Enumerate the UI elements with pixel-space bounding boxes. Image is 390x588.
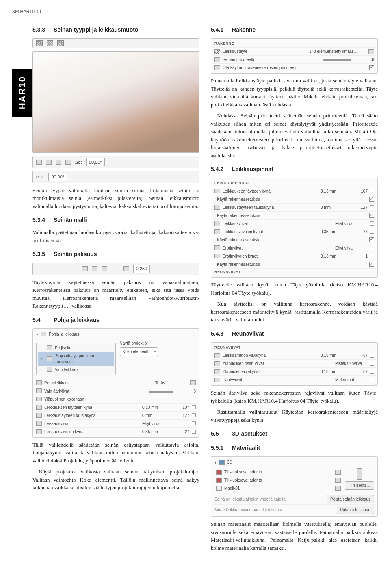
row-icon	[214, 221, 220, 226]
checkbox[interactable]	[369, 65, 374, 70]
checkbox[interactable]	[369, 262, 374, 267]
profile-icon	[56, 160, 61, 165]
panel-icon	[41, 332, 46, 336]
panel-title: REUNAVIIVAT	[214, 345, 241, 351]
triangle-icon[interactable]: ▾	[214, 459, 217, 465]
align-icon	[82, 266, 88, 271]
row-value[interactable]: 140 elem.eristetty ilmar.r…	[309, 48, 366, 54]
remove-cut-button[interactable]: Poista seinän leikkaus	[327, 495, 374, 503]
angle-toolbar-2[interactable]: α:⟋ 90,00°	[32, 171, 199, 183]
row-icon	[214, 189, 220, 193]
projection-dropdown[interactable]: Koko elementti	[120, 347, 158, 356]
heading-5.4: 5.4 Pohja ja leikkaus	[32, 316, 199, 324]
profile-icon	[65, 160, 71, 165]
color-swatch[interactable]	[370, 370, 374, 374]
hatch-icon-2	[47, 40, 53, 46]
note-text: Seinä on leikattu ainakin yhdellä katoll…	[214, 496, 324, 502]
option-swatch[interactable]	[370, 378, 374, 382]
chain-icon[interactable]	[357, 468, 362, 480]
checkbox[interactable]	[369, 197, 374, 202]
profile-icon	[36, 160, 42, 165]
body-text: Täytteelle valitaan kynät kuten Täyte-ty…	[211, 281, 378, 297]
panel-title: LEIKKAUSPINNAT	[214, 180, 249, 186]
color-swatch[interactable]	[370, 189, 374, 193]
color-swatch[interactable]	[370, 254, 374, 258]
angle-alpha-icon: Δα:	[75, 159, 82, 166]
color-swatch[interactable]	[370, 230, 374, 234]
row-icon	[214, 57, 220, 62]
heading-5.4.1: 5.4.1 Rakenne	[211, 26, 378, 34]
priority-value: 8	[362, 56, 374, 63]
row-icon	[214, 378, 220, 382]
material-swatch[interactable]	[216, 478, 222, 483]
material-swatch[interactable]	[216, 486, 222, 491]
checkbox[interactable]	[369, 213, 374, 218]
floorplan-section-panel: ▾ Pohja ja leikkaus Projisoitu ✓Projisoi…	[32, 328, 199, 438]
body-text: Valinnalla päätettään luodaanko pystysuo…	[32, 228, 199, 244]
heading-5.5.1: 5.5.1 Materiaalit	[211, 444, 378, 452]
log-wall-button[interactable]: Hirsiseinä…	[345, 481, 374, 490]
angle-value-2[interactable]: 90,00°	[48, 173, 67, 181]
body-text: Kohdassa Seinän prioriteetti säädetään s…	[211, 112, 378, 159]
thickness-toolbar[interactable]: 0,250	[32, 263, 199, 275]
rakenne-panel: RAKENNE Leikkaustäyte 140 elem.eristetty…	[211, 38, 378, 74]
body-text: Täytekuviota käytettäessä seinän paksuus…	[32, 278, 199, 310]
swatch-icon[interactable]	[190, 380, 196, 385]
line-swatch[interactable]	[370, 246, 374, 250]
row-label: Ota käyttöön rakennekerrosten prioriteet…	[223, 65, 367, 71]
row-label: Perusleikkaus	[44, 380, 153, 386]
color-swatch[interactable]	[370, 205, 374, 209]
restore-texture-button[interactable]: Palauta tekstuuri	[337, 506, 375, 514]
row-icon	[36, 388, 42, 393]
heading-5.4.2: 5.4.2 Leikkauspinnat	[211, 165, 378, 174]
leikkauspinnat-panel: LEIKKAUSPINNAT Leikkauksen täytteen kynä…	[211, 178, 378, 278]
triangle-icon[interactable]: ▾	[36, 331, 38, 337]
heading-5.4.3: 5.4.3 Reunaviivat	[211, 330, 378, 338]
line-swatch[interactable]	[370, 221, 374, 226]
arrow-icon[interactable]	[335, 478, 341, 483]
body-text: Rastittamalla valintaruudut Käytetään ke…	[211, 408, 378, 424]
wall-type-toolbar[interactable]	[32, 38, 199, 48]
color-swatch[interactable]	[370, 354, 374, 358]
checkbox[interactable]	[369, 237, 374, 242]
row-icon	[214, 65, 220, 70]
left-column: 5.3.3 Seinän tyyppi ja leikkausmuoto Δα:…	[32, 20, 199, 555]
row-icon	[214, 353, 220, 358]
row-icon	[214, 254, 220, 258]
proj-icon	[47, 345, 52, 350]
color-swatch[interactable]	[192, 413, 196, 417]
row-icon	[36, 397, 42, 401]
fill-icon	[214, 49, 220, 54]
projection-menu[interactable]: Projisoitu ✓Projisoitu, yläpuolinen ääri…	[36, 343, 116, 375]
row-icon	[36, 405, 42, 410]
material-swatch[interactable]	[216, 470, 222, 475]
arrow-icon[interactable]	[335, 486, 341, 491]
panel-title: 3D	[227, 459, 374, 465]
materials-panel: ▾ 3D Tiili-juokseva ladonta Tiili-juokse…	[211, 456, 378, 517]
right-column: 5.4.1 Rakenne RAKENNE Leikkaustäyte 140 …	[211, 20, 378, 555]
angle-toolbar-1[interactable]: Δα: 50,00°	[32, 156, 199, 169]
heading-5.5: 5.5 3D-asetukset	[211, 430, 378, 438]
thickness-value[interactable]: 0,250	[133, 265, 150, 273]
row-icon	[214, 361, 220, 366]
hatch-icon-3	[57, 40, 64, 46]
arrow-icon[interactable]	[368, 49, 374, 54]
sidebar-tab: HAR10	[12, 69, 32, 117]
panel-title: RAKENNE	[214, 41, 234, 47]
panel-subtitle: REUNAVIIVAT	[214, 269, 241, 275]
reunaviivat-panel: REUNAVIIVAT Leikkaamaton viivakynä0.18 m…	[211, 342, 378, 386]
row-icon	[214, 229, 220, 234]
arrow-icon[interactable]	[335, 470, 341, 475]
wall-3d-figure	[32, 51, 199, 153]
row-icon	[36, 421, 42, 426]
angle-value-1[interactable]: 50,00°	[86, 158, 105, 167]
row-icon	[36, 413, 42, 418]
line-swatch[interactable]	[370, 362, 374, 366]
note-text: Muu 3D-ikkunassa määritelty tekstuuri.	[214, 507, 334, 513]
heading-5.3.5: 5.3.5 Seinän paksuus	[32, 250, 199, 258]
color-swatch[interactable]	[192, 405, 196, 409]
row-label: Vain ääriviivat	[44, 388, 146, 394]
body-text: Seinän ääriviiva sekä rakennekerrosten r…	[211, 389, 378, 405]
line-swatch[interactable]	[192, 421, 196, 425]
color-swatch[interactable]	[192, 430, 196, 434]
